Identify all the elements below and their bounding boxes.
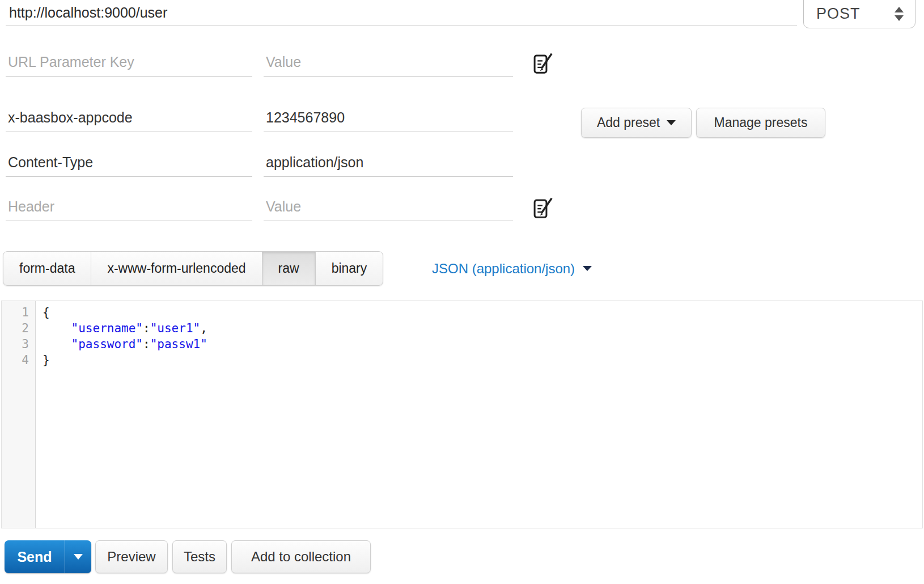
edit-headers-icon[interactable] [531,196,554,221]
tests-label: Tests [184,549,215,565]
code-text: "username":"user1", [36,320,207,336]
header-value-input[interactable] [264,104,513,132]
chevron-down-icon [583,266,592,271]
line-number: 3 [2,336,36,352]
add-to-collection-button[interactable]: Add to collection [231,540,371,573]
add-to-collection-label: Add to collection [251,549,351,565]
line-number: 2 [2,320,36,336]
header-key-input-empty[interactable] [6,193,252,221]
code-line[interactable]: 2 "username":"user1", [2,320,922,336]
http-method-label: POST [816,5,895,23]
manage-presets-label: Manage presets [714,115,808,130]
code-lines: 1{2 "username":"user1",3 "password":"pas… [2,304,922,368]
raw-body-editor[interactable]: 1{2 "username":"user1",3 "password":"pas… [1,301,923,528]
chevron-down-icon [667,120,676,125]
http-method-select[interactable]: POST [803,0,915,28]
edit-params-icon[interactable] [531,51,554,76]
header-value-input-empty[interactable] [264,193,513,221]
url-param-value-input[interactable] [264,48,513,77]
code-line[interactable]: 4} [2,352,922,368]
code-text: } [36,352,50,368]
url-param-key-input[interactable] [6,48,252,77]
line-number: 4 [2,352,36,368]
send-button[interactable]: Send [5,540,65,573]
preview-button[interactable]: Preview [95,540,168,573]
tab-form-data[interactable]: form-data [3,251,91,286]
header-value-input[interactable] [264,149,513,177]
tests-button[interactable]: Tests [172,540,227,573]
content-type-dropdown[interactable]: JSON (application/json) [432,251,592,286]
select-updown-icon [895,7,904,23]
request-url-input[interactable] [6,0,797,26]
add-preset-button[interactable]: Add preset [581,108,692,138]
send-label: Send [17,549,52,565]
code-text: "password":"passw1" [36,336,207,352]
header-key-input[interactable] [6,104,252,132]
content-type-label: JSON (application/json) [432,261,575,277]
add-preset-label: Add preset [597,115,660,130]
send-options-button[interactable] [65,540,91,573]
code-text: { [36,304,50,320]
manage-presets-button[interactable]: Manage presets [696,108,825,138]
send-split-button: Send [5,540,91,573]
tab-x-www-form-urlencoded[interactable]: x-www-form-urlencoded [91,251,262,286]
code-line[interactable]: 3 "password":"passw1" [2,336,922,352]
body-type-tab-group: form-data x-www-form-urlencoded raw bina… [3,251,383,286]
header-key-input[interactable] [6,149,252,177]
preview-label: Preview [107,549,155,565]
tab-raw[interactable]: raw [262,251,316,286]
code-line[interactable]: 1{ [2,304,922,320]
line-number: 1 [2,304,36,320]
chevron-down-icon [74,554,83,560]
tab-binary[interactable]: binary [315,251,384,286]
